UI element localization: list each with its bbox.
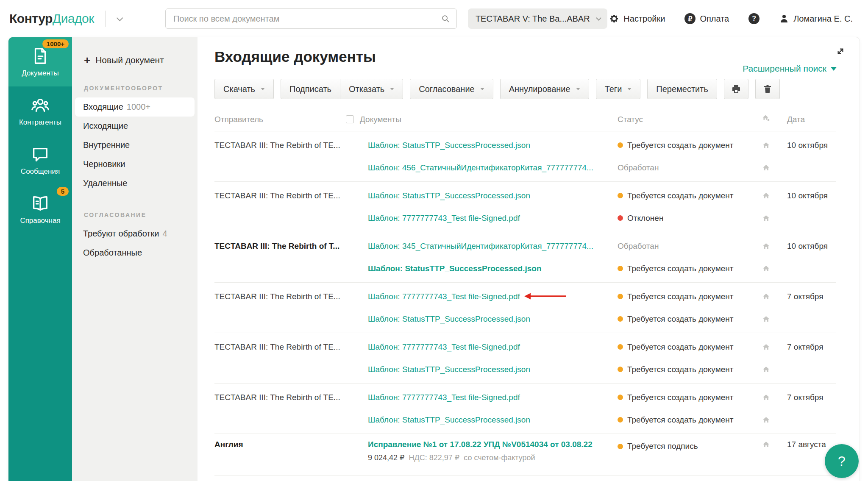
ruble-icon: ₽ [684, 13, 696, 24]
department-cell [762, 365, 787, 374]
menu-item-label: Входящие [83, 102, 123, 111]
document-link[interactable]: Шаблон: StatusTTP_SuccessProcessed.json [368, 415, 530, 424]
logo-diadok: Диадок [53, 11, 94, 26]
table-row: TECTABAR III: The Rebirth of TE...Шаблон… [214, 184, 836, 207]
table-row-group: TECTABAR III: The Rebirth of T...Шаблон:… [214, 232, 836, 283]
menu-section-title: СОГЛАСОВАНИЕ [84, 211, 198, 218]
date-cell: 10 октября [787, 191, 836, 200]
organization-selector[interactable]: TECTABAR V: The Ba...ABAR [468, 8, 607, 29]
amount-line: 9 024,42 ₽НДС: 822,97 ₽со счетом-фактуро… [368, 453, 618, 462]
sidebar-item-справочная[interactable]: 5Справочная [8, 185, 72, 234]
settings-label: Настройки [623, 14, 665, 24]
table-row: TECTABAR III: The Rebirth of T...Шаблон:… [214, 235, 836, 257]
department-cell [762, 415, 787, 424]
app-logo[interactable]: Контур Диадок [9, 11, 94, 26]
document-cell: Шаблон: 7777777743_Test file-Signed.pdf [359, 214, 618, 223]
move-button[interactable]: Переместить [647, 79, 717, 99]
document-link[interactable]: Шаблон: StatusTTP_SuccessProcessed.json [368, 365, 530, 374]
house-icon [762, 365, 771, 374]
menu-item-label: Требуют обработки [83, 229, 159, 238]
print-button[interactable] [724, 79, 748, 99]
settings-button[interactable]: Настройки [609, 14, 665, 24]
menu-item[interactable]: Внутренние [75, 136, 195, 155]
house-icon [762, 163, 771, 172]
vat-amount: НДС: 822,97 ₽ [409, 453, 460, 462]
house-icon [762, 440, 771, 449]
department-cell [762, 292, 787, 301]
status-dot [618, 294, 623, 299]
menu-item[interactable]: Исходящие [75, 117, 195, 136]
sender-cell: TECTABAR III: The Rebirth of TE... [214, 342, 359, 352]
menu-item[interactable]: Требуют обработки4 [75, 224, 195, 243]
menu-item-count: 1000+ [127, 102, 150, 111]
annulment-button[interactable]: Аннулирование [500, 79, 589, 99]
status-text: Требуется создать документ [627, 342, 733, 352]
department-cell [762, 393, 787, 402]
table-row: TECTABAR III: The Rebirth of TE...Шаблон… [214, 285, 836, 308]
status-cell: Требуется подпись [618, 440, 762, 451]
sign-decline-group: Подписать Отказать [281, 79, 403, 99]
document-cell: Шаблон: StatusTTP_SuccessProcessed.json [359, 314, 618, 324]
status-cell: Обработан [618, 163, 762, 172]
new-document-button[interactable]: + Новый документ [84, 55, 198, 65]
menu-section-title: ДОКУМЕНТООБОРОТ [84, 85, 198, 92]
menu-item-label: Черновики [83, 159, 125, 169]
document-link[interactable]: Шаблон: StatusTTP_SuccessProcessed.json [368, 314, 530, 323]
document-link[interactable]: Шаблон: StatusTTP_SuccessProcessed.json [368, 141, 530, 150]
approval-button[interactable]: Согласование [410, 79, 493, 99]
document-cell: Шаблон: 7777777743_Test file-Signed.pdf [359, 292, 618, 301]
document-cell: Шаблон: 456_СтатичныйИдентификаторКитая_… [359, 163, 618, 172]
document-link[interactable]: Шаблон: StatusTTP_SuccessProcessed.json [368, 191, 530, 200]
sidebar-item-сообщения[interactable]: Сообщения [8, 136, 72, 185]
department-cell [762, 191, 787, 200]
floating-help-button[interactable]: ? [825, 444, 859, 478]
decline-button[interactable]: Отказать [340, 79, 403, 99]
menu-item[interactable]: Обработанные [75, 243, 195, 262]
payment-button[interactable]: ₽ Оплата [684, 13, 729, 24]
document-link[interactable]: Шаблон: 7777777743_Test file-Signed.pdf [368, 214, 520, 222]
search-input[interactable] [165, 8, 457, 29]
document-cell: Шаблон: StatusTTP_SuccessProcessed.json [359, 365, 618, 374]
user-menu[interactable]: Ломагина Е. С. [779, 14, 853, 24]
table-row: Шаблон: StatusTTP_SuccessProcessed.jsonТ… [214, 409, 836, 431]
document-link[interactable]: Исправление №1 от 17.08.22 УПД №V0514034… [368, 440, 593, 449]
table-row-group: TECTABAR III: The Rebirth of TE...Шаблон… [214, 384, 836, 434]
status-cell: Требуется создать документ [618, 342, 762, 352]
document-cell: Исправление №1 от 17.08.22 УПД №V0514034… [359, 440, 618, 462]
status-cell: Требуется создать документ [618, 191, 762, 200]
download-button[interactable]: Скачать [214, 79, 274, 99]
products-chevron-down-icon[interactable] [117, 14, 123, 21]
document-link[interactable]: Шаблон: StatusTTP_SuccessProcessed.json [368, 264, 542, 273]
status-cell: Обработан [618, 242, 762, 251]
document-link[interactable]: Шаблон: 7777777743_Test file-Signed.pdf [368, 393, 520, 402]
document-link[interactable]: Шаблон: 7777777743_Test file-Signed.pdf [368, 342, 520, 351]
menu-item[interactable]: Удаленные [75, 174, 195, 193]
delete-button[interactable] [755, 79, 780, 99]
document-link[interactable]: Шаблон: 456_СтатичныйИдентификаторКитая_… [368, 163, 593, 172]
document-link[interactable]: Шаблон: 7777777743_Test file-Signed.pdf [368, 292, 520, 301]
select-all-checkbox[interactable] [346, 115, 354, 123]
user-icon [779, 14, 789, 24]
status-text: Требуется создать документ [627, 393, 733, 402]
document-link[interactable]: Шаблон: 345_СтатичныйИдентификаторКитая_… [368, 242, 593, 250]
menu-item[interactable]: Черновики [75, 155, 195, 174]
table-row: АнглияИсправление №1 от 17.08.22 УПД №V0… [214, 437, 836, 473]
advanced-search-label: Расширенный поиск [743, 64, 826, 74]
house-icon [762, 264, 771, 273]
expand-icon[interactable] [835, 46, 846, 57]
sidebar-item-контрагенты[interactable]: Контрагенты [8, 86, 72, 136]
menu-item[interactable]: Входящие1000+ [75, 97, 195, 117]
sidebar-badge: 1000+ [42, 39, 69, 48]
tags-button[interactable]: Теги [596, 79, 641, 99]
status-text: Требуется создать документ [627, 415, 733, 425]
people-icon [31, 95, 50, 115]
status-cell: Требуется создать документ [618, 292, 762, 301]
house-icon [762, 242, 771, 250]
status-text: Требуется создать документ [627, 191, 733, 200]
table-row: TECTABAR III: The Rebirth of TE...Шаблон… [214, 134, 836, 156]
advanced-search-toggle[interactable]: Расширенный поиск [743, 64, 837, 74]
help-button[interactable]: ? [748, 13, 760, 24]
department-cell [762, 163, 787, 172]
sign-button[interactable]: Подписать [281, 79, 340, 99]
sidebar-item-документы[interactable]: 1000+Документы [8, 37, 72, 86]
